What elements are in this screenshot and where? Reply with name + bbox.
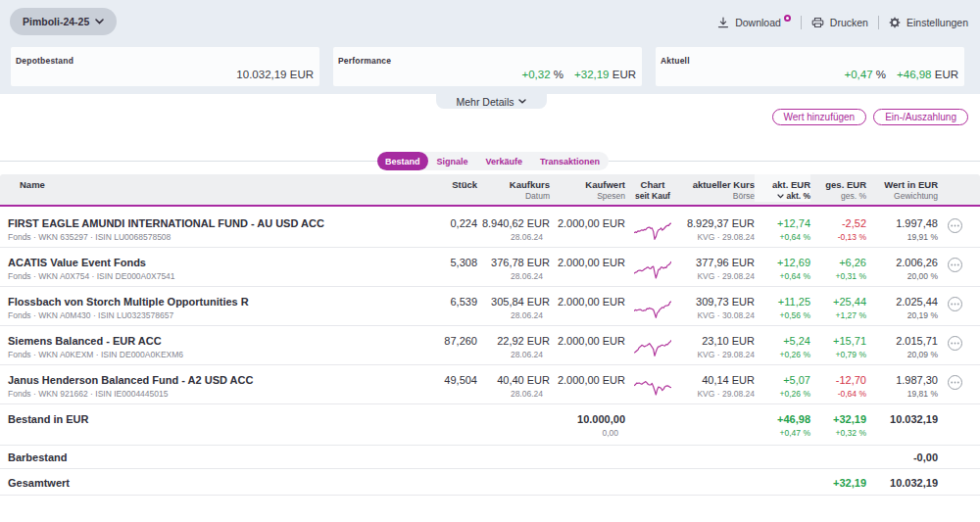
fund-stueck: 49,504 [437, 373, 477, 388]
fund-akt-eur: +12,69 [755, 256, 810, 270]
tab-signale[interactable]: Signale [428, 152, 477, 170]
fund-kurs-boerse: KVG · 29.08.24 [680, 388, 755, 400]
gear-icon [889, 17, 901, 28]
row-menu-button[interactable] [948, 297, 962, 311]
card-depotbestand: Depotbestand 10.032,19 EUR [11, 47, 319, 87]
col-header-kaufkurs: Kaufkurs [477, 179, 550, 191]
summary-gesamtwert-label: Gesamtwert [8, 476, 437, 491]
sparkline-chart [634, 374, 671, 398]
add-value-button[interactable]: Wert hinzufügen [772, 109, 867, 125]
summary-gesamtwert-wert: 10.032,19 [866, 476, 938, 491]
tab-transaktionen[interactable]: Transaktionen [531, 152, 609, 170]
fund-kaufdatum: 28.06.24 [477, 270, 550, 282]
summary-bestand-label: Bestand in EUR [8, 412, 437, 427]
fund-akt-eur: +5,24 [755, 334, 810, 349]
summary-gesamtwert-ges-eur: +32,19 [810, 476, 866, 491]
depot-selector-button[interactable]: Pimboli-24-25 [10, 8, 117, 35]
download-badge [784, 15, 791, 22]
sparkline-chart [634, 257, 671, 280]
fund-akt-eur: +12,74 [755, 216, 810, 231]
fund-kurs: 377,96 EUR [680, 256, 755, 270]
fund-wert: 2.006,26 [866, 256, 938, 270]
mehr-details-label: Mehr Details [457, 96, 514, 108]
ellipsis-icon [951, 263, 959, 266]
portfolio-action-buttons: Wert hinzufügen Ein-/Auszahlung [772, 109, 968, 125]
col-subheader-datum: Datum [477, 191, 550, 202]
fund-wert: 1.997,48 [866, 216, 938, 231]
fund-stueck: 87,260 [437, 334, 477, 349]
fund-ges-pct: +0,79 % [810, 349, 866, 360]
card-depotbestand-value: 10.032,19 EUR [236, 69, 314, 80]
col-subheader-ges-pct: ges. % [810, 191, 866, 202]
fund-stueck: 6,539 [437, 295, 477, 309]
fund-gewichtung: 19,91 % [866, 231, 938, 243]
fund-akt-pct: +0,56 % [755, 309, 810, 321]
fund-gewichtung: 20,00 % [866, 270, 938, 282]
col-header-stueck: Stück [437, 179, 477, 191]
summary-cards: Depotbestand 10.032,19 EUR Performance +… [11, 47, 964, 87]
fund-akt-pct: +0,64 % [755, 231, 810, 243]
fund-akt-pct: +0,26 % [755, 388, 810, 400]
fund-chart[interactable] [625, 209, 680, 243]
topbar-actions: Download Drucken Einstellungen [717, 16, 968, 29]
ellipsis-icon [951, 342, 959, 345]
fund-wert: 1.987,30 [866, 373, 938, 388]
fund-kurs: 309,73 EUR [680, 295, 755, 309]
row-menu-button[interactable] [948, 375, 962, 390]
fund-kurs-boerse: KVG · 29.08.24 [680, 270, 755, 282]
fund-ges-pct: -0,64 % [810, 388, 866, 400]
card-aktuell: Aktuell +0,47 %+46,98 EUR [656, 47, 964, 87]
fund-ges-pct: +0,31 % [810, 270, 866, 282]
fund-kaufkurs: 376,78 EUR [477, 256, 550, 270]
col-header-kaufwert: Kaufwert [550, 179, 625, 191]
row-menu-button[interactable] [948, 258, 962, 272]
download-button[interactable]: Download [717, 17, 791, 28]
summary-bestand-spesen: 0,00 [550, 427, 625, 439]
performance-percent-unit: % [551, 69, 564, 80]
fund-chart[interactable] [625, 365, 680, 400]
col-header-wert: Wert in EUR [866, 179, 938, 191]
fund-ges-eur: +6,26 [810, 256, 866, 270]
fund-kurs-boerse: KVG · 29.08.24 [680, 349, 755, 360]
fund-chart[interactable] [625, 326, 680, 360]
fund-kaufdatum: 28.06.24 [477, 231, 550, 243]
fund-name: Janus Henderson Balanced Fund - A2 USD A… [8, 373, 437, 388]
aktuell-amount: +46,98 [897, 69, 932, 80]
fund-wert: 2.015,71 [866, 334, 938, 349]
fund-kaufwert: 2.000,00 EUR [550, 334, 625, 349]
col-subheader-spesen: Spesen [550, 191, 625, 202]
fund-name: Siemens Balanced - EUR ACC [8, 334, 437, 349]
tab-verkaeufe[interactable]: Verkäufe [477, 152, 532, 170]
row-menu-button[interactable] [948, 336, 962, 351]
col-subheader-akt-pct: akt. % [786, 191, 810, 202]
fund-row: FIRST EAGLE AMUNDI INTERNATIONAL FUND - … [0, 209, 980, 248]
tab-bestand[interactable]: Bestand [377, 152, 428, 170]
summary-bestand-ges-eur: +32,19 [810, 412, 866, 427]
col-header-akt-eur-sorted[interactable]: akt. EURakt. % [755, 174, 810, 202]
deposit-withdraw-button[interactable]: Ein-/Auszahlung [873, 109, 968, 125]
row-menu-button[interactable] [948, 218, 962, 233]
fund-name: FIRST EAGLE AMUNDI INTERNATIONAL FUND - … [8, 216, 437, 231]
fund-identifiers: Fonds · WKN 921662 · ISIN IE0004445015 [8, 388, 437, 400]
col-header-name: Name [20, 179, 437, 191]
summary-bestand-akt-pct: +0,47 % [755, 427, 810, 439]
tabs-row: Bestand Signale Verkäufe Transaktionen [0, 152, 980, 170]
depot-name: Pimboli-24-25 [23, 16, 89, 27]
sparkline-chart [634, 335, 671, 358]
fund-kaufdatum: 28.06.24 [477, 349, 550, 360]
fund-ges-eur: -2,52 [810, 216, 866, 231]
fund-akt-eur: +11,25 [755, 295, 810, 309]
sort-chevron-down-icon [777, 194, 784, 199]
fund-chart[interactable] [625, 287, 680, 321]
mehr-details-button[interactable]: Mehr Details [436, 94, 547, 109]
fund-kaufkurs: 40,40 EUR [477, 373, 550, 388]
print-button[interactable]: Drucken [811, 17, 868, 28]
fund-identifiers: Fonds · WKN A0M430 · ISIN LU0323578657 [8, 309, 437, 321]
fund-chart[interactable] [625, 248, 680, 282]
summary-bestand-ges-pct: +0,32 % [810, 427, 866, 439]
settings-button[interactable]: Einstellungen [889, 17, 968, 28]
fund-kaufwert: 2.000,00 EUR [550, 256, 625, 270]
fund-identifiers: Fonds · WKN A0KEXM · ISIN DE000A0KEXM6 [8, 349, 437, 360]
card-performance-value: +0,32 %+32,19 EUR [521, 69, 636, 80]
fund-kaufkurs: 22,92 EUR [477, 334, 550, 349]
